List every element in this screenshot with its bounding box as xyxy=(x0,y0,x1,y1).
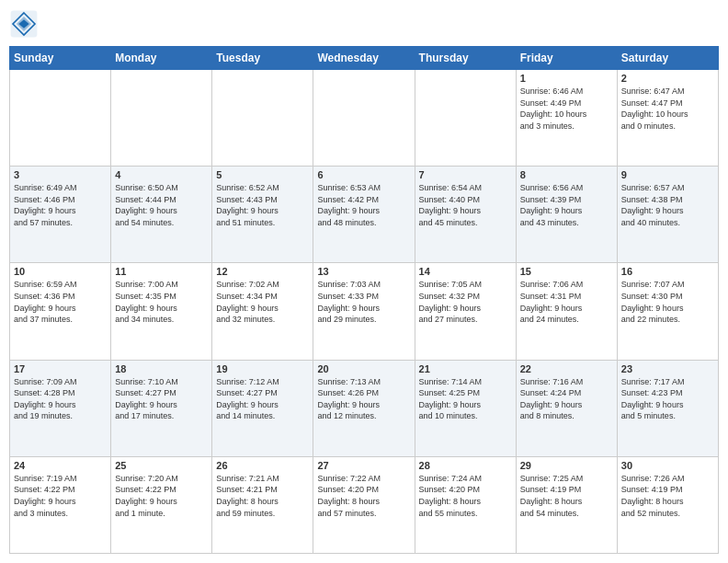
day-info: Sunrise: 7:02 AM Sunset: 4:34 PM Dayligh… xyxy=(216,279,309,325)
calendar-cell: 16Sunrise: 7:07 AM Sunset: 4:30 PM Dayli… xyxy=(617,263,718,360)
calendar-cell: 27Sunrise: 7:22 AM Sunset: 4:20 PM Dayli… xyxy=(313,456,415,553)
day-info: Sunrise: 7:03 AM Sunset: 4:33 PM Dayligh… xyxy=(317,279,410,325)
calendar-cell: 25Sunrise: 7:20 AM Sunset: 4:22 PM Dayli… xyxy=(111,456,212,553)
day-number: 19 xyxy=(216,363,309,374)
calendar-cell xyxy=(212,70,313,167)
calendar-cell: 10Sunrise: 6:59 AM Sunset: 4:36 PM Dayli… xyxy=(10,263,111,360)
day-number: 8 xyxy=(520,169,613,180)
day-info: Sunrise: 7:25 AM Sunset: 4:19 PM Dayligh… xyxy=(520,473,613,519)
calendar-cell: 6Sunrise: 6:53 AM Sunset: 4:42 PM Daylig… xyxy=(313,167,415,263)
day-number: 29 xyxy=(520,460,613,471)
day-info: Sunrise: 6:52 AM Sunset: 4:43 PM Dayligh… xyxy=(216,182,309,228)
day-info: Sunrise: 6:59 AM Sunset: 4:36 PM Dayligh… xyxy=(14,279,107,325)
week-row-5: 24Sunrise: 7:19 AM Sunset: 4:22 PM Dayli… xyxy=(10,456,719,553)
weekday-header-friday: Friday xyxy=(516,47,617,70)
day-number: 23 xyxy=(621,363,714,374)
calendar-cell xyxy=(10,70,111,167)
calendar-cell: 19Sunrise: 7:12 AM Sunset: 4:27 PM Dayli… xyxy=(212,360,313,456)
calendar-cell: 7Sunrise: 6:54 AM Sunset: 4:40 PM Daylig… xyxy=(415,167,516,263)
day-number: 9 xyxy=(621,169,714,180)
day-number: 17 xyxy=(14,363,107,374)
day-info: Sunrise: 7:07 AM Sunset: 4:30 PM Dayligh… xyxy=(621,279,714,325)
calendar-cell: 1Sunrise: 6:46 AM Sunset: 4:49 PM Daylig… xyxy=(516,70,617,167)
day-info: Sunrise: 7:13 AM Sunset: 4:26 PM Dayligh… xyxy=(317,376,410,422)
weekday-header-wednesday: Wednesday xyxy=(313,47,415,70)
day-info: Sunrise: 7:24 AM Sunset: 4:20 PM Dayligh… xyxy=(419,473,512,519)
calendar-cell: 12Sunrise: 7:02 AM Sunset: 4:34 PM Dayli… xyxy=(212,263,313,360)
day-info: Sunrise: 7:21 AM Sunset: 4:21 PM Dayligh… xyxy=(216,473,309,519)
day-number: 13 xyxy=(317,266,410,277)
day-number: 16 xyxy=(621,266,714,277)
calendar-cell: 23Sunrise: 7:17 AM Sunset: 4:23 PM Dayli… xyxy=(617,360,718,456)
day-info: Sunrise: 7:05 AM Sunset: 4:32 PM Dayligh… xyxy=(419,279,512,325)
calendar-cell: 18Sunrise: 7:10 AM Sunset: 4:27 PM Dayli… xyxy=(111,360,212,456)
day-number: 7 xyxy=(419,169,512,180)
calendar-cell: 13Sunrise: 7:03 AM Sunset: 4:33 PM Dayli… xyxy=(313,263,415,360)
day-number: 30 xyxy=(621,460,714,471)
day-info: Sunrise: 7:20 AM Sunset: 4:22 PM Dayligh… xyxy=(115,473,208,519)
week-row-4: 17Sunrise: 7:09 AM Sunset: 4:28 PM Dayli… xyxy=(10,360,719,456)
day-info: Sunrise: 7:12 AM Sunset: 4:27 PM Dayligh… xyxy=(216,376,309,422)
calendar-cell xyxy=(313,70,415,167)
calendar-cell: 24Sunrise: 7:19 AM Sunset: 4:22 PM Dayli… xyxy=(10,456,111,553)
day-info: Sunrise: 6:47 AM Sunset: 4:47 PM Dayligh… xyxy=(621,86,714,132)
day-number: 6 xyxy=(317,169,410,180)
calendar-cell: 2Sunrise: 6:47 AM Sunset: 4:47 PM Daylig… xyxy=(617,70,718,167)
weekday-header-saturday: Saturday xyxy=(617,47,718,70)
day-number: 21 xyxy=(419,363,512,374)
calendar-cell: 28Sunrise: 7:24 AM Sunset: 4:20 PM Dayli… xyxy=(415,456,516,553)
day-number: 25 xyxy=(115,460,208,471)
day-info: Sunrise: 7:00 AM Sunset: 4:35 PM Dayligh… xyxy=(115,279,208,325)
day-info: Sunrise: 6:50 AM Sunset: 4:44 PM Dayligh… xyxy=(115,182,208,228)
day-number: 26 xyxy=(216,460,309,471)
calendar-cell xyxy=(111,70,212,167)
calendar-cell: 5Sunrise: 6:52 AM Sunset: 4:43 PM Daylig… xyxy=(212,167,313,263)
calendar-cell: 26Sunrise: 7:21 AM Sunset: 4:21 PM Dayli… xyxy=(212,456,313,553)
calendar-cell: 9Sunrise: 6:57 AM Sunset: 4:38 PM Daylig… xyxy=(617,167,718,263)
day-number: 24 xyxy=(14,460,107,471)
day-number: 2 xyxy=(621,73,714,84)
day-info: Sunrise: 7:10 AM Sunset: 4:27 PM Dayligh… xyxy=(115,376,208,422)
day-info: Sunrise: 6:54 AM Sunset: 4:40 PM Dayligh… xyxy=(419,182,512,228)
day-info: Sunrise: 6:53 AM Sunset: 4:42 PM Dayligh… xyxy=(317,182,410,228)
calendar-cell xyxy=(415,70,516,167)
weekday-header-thursday: Thursday xyxy=(415,47,516,70)
calendar-cell: 30Sunrise: 7:26 AM Sunset: 4:19 PM Dayli… xyxy=(617,456,718,553)
week-row-1: 1Sunrise: 6:46 AM Sunset: 4:49 PM Daylig… xyxy=(10,70,719,167)
calendar-cell: 15Sunrise: 7:06 AM Sunset: 4:31 PM Dayli… xyxy=(516,263,617,360)
header xyxy=(9,9,719,39)
calendar-cell: 3Sunrise: 6:49 AM Sunset: 4:46 PM Daylig… xyxy=(10,167,111,263)
day-number: 4 xyxy=(115,169,208,180)
day-number: 28 xyxy=(419,460,512,471)
day-info: Sunrise: 7:26 AM Sunset: 4:19 PM Dayligh… xyxy=(621,473,714,519)
day-number: 5 xyxy=(216,169,309,180)
day-number: 20 xyxy=(317,363,410,374)
calendar-cell: 14Sunrise: 7:05 AM Sunset: 4:32 PM Dayli… xyxy=(415,263,516,360)
calendar-cell: 29Sunrise: 7:25 AM Sunset: 4:19 PM Dayli… xyxy=(516,456,617,553)
day-number: 3 xyxy=(14,169,107,180)
calendar-cell: 11Sunrise: 7:00 AM Sunset: 4:35 PM Dayli… xyxy=(111,263,212,360)
weekday-header-tuesday: Tuesday xyxy=(212,47,313,70)
day-info: Sunrise: 7:17 AM Sunset: 4:23 PM Dayligh… xyxy=(621,376,714,422)
day-number: 14 xyxy=(419,266,512,277)
week-row-3: 10Sunrise: 6:59 AM Sunset: 4:36 PM Dayli… xyxy=(10,263,719,360)
weekday-header-sunday: Sunday xyxy=(10,47,111,70)
calendar-cell: 4Sunrise: 6:50 AM Sunset: 4:44 PM Daylig… xyxy=(111,167,212,263)
day-info: Sunrise: 7:14 AM Sunset: 4:25 PM Dayligh… xyxy=(419,376,512,422)
day-info: Sunrise: 7:16 AM Sunset: 4:24 PM Dayligh… xyxy=(520,376,613,422)
calendar-cell: 22Sunrise: 7:16 AM Sunset: 4:24 PM Dayli… xyxy=(516,360,617,456)
day-number: 22 xyxy=(520,363,613,374)
day-info: Sunrise: 6:57 AM Sunset: 4:38 PM Dayligh… xyxy=(621,182,714,228)
calendar-cell: 17Sunrise: 7:09 AM Sunset: 4:28 PM Dayli… xyxy=(10,360,111,456)
day-number: 1 xyxy=(520,73,613,84)
day-number: 12 xyxy=(216,266,309,277)
calendar-cell: 21Sunrise: 7:14 AM Sunset: 4:25 PM Dayli… xyxy=(415,360,516,456)
day-number: 15 xyxy=(520,266,613,277)
day-info: Sunrise: 7:22 AM Sunset: 4:20 PM Dayligh… xyxy=(317,473,410,519)
weekday-header-monday: Monday xyxy=(111,47,212,70)
day-number: 27 xyxy=(317,460,410,471)
weekday-header-row: SundayMondayTuesdayWednesdayThursdayFrid… xyxy=(10,47,719,70)
day-info: Sunrise: 6:46 AM Sunset: 4:49 PM Dayligh… xyxy=(520,86,613,132)
week-row-2: 3Sunrise: 6:49 AM Sunset: 4:46 PM Daylig… xyxy=(10,167,719,263)
day-info: Sunrise: 7:09 AM Sunset: 4:28 PM Dayligh… xyxy=(14,376,107,422)
